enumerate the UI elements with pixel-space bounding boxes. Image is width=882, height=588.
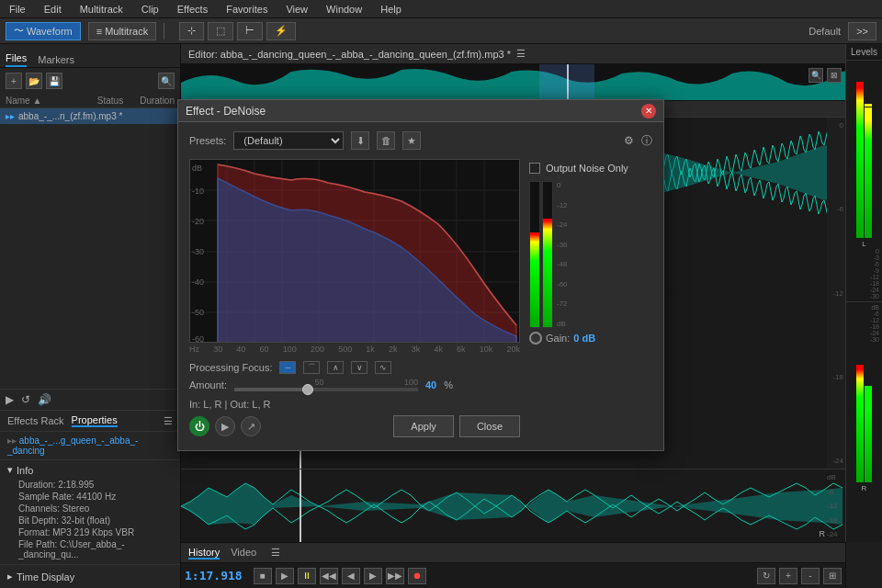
db-label-24: -24 — [827, 457, 845, 465]
cursor-btn[interactable]: ⊹ — [179, 22, 204, 40]
tab-effects-rack[interactable]: Effects Rack — [7, 415, 64, 426]
levels-overlay: Levels L 0 -3 -6 -9 -12 -18 -24 -30 dB -… — [845, 44, 882, 542]
waveform-btn[interactable]: 〜 Waveform — [6, 22, 81, 40]
effect-play-btn[interactable]: ▶ — [215, 416, 235, 436]
panel-tabs: Files Markers — [0, 44, 180, 68]
menu-help[interactable]: Help — [377, 4, 405, 15]
db-r-label: -30 — [870, 336, 879, 343]
record-btn[interactable]: ⏺ — [408, 568, 426, 584]
col-status: Status — [92, 96, 129, 106]
menu-window[interactable]: Window — [322, 4, 366, 15]
video-menu-btn[interactable]: ☰ — [271, 547, 280, 560]
scale-48db: -48 — [557, 260, 568, 268]
db-label: -12 — [870, 274, 879, 280]
time-display-section[interactable]: ▸ Time Display — [0, 564, 180, 588]
save-file-btn[interactable]: 💾 — [46, 73, 62, 89]
time-btn[interactable]: ⊢ — [237, 22, 263, 40]
prev-btn[interactable]: ◀ — [342, 568, 360, 584]
gain-row: Gain: 0 dB — [529, 332, 595, 345]
svg-text:-40: -40 — [192, 277, 204, 287]
rewind-btn[interactable]: ◀◀ — [320, 568, 338, 584]
dialog-close-btn[interactable]: ✕ — [641, 104, 656, 119]
db-label: -24 — [870, 287, 879, 293]
open-file-btn[interactable]: 📂 — [26, 73, 42, 89]
stop-btn[interactable]: ■ — [254, 568, 272, 584]
tab-markers[interactable]: Markers — [38, 54, 74, 67]
zoom-fit-btn[interactable]: ⊞ — [823, 568, 842, 584]
menu-clip[interactable]: Clip — [138, 4, 163, 15]
focus-btn-down[interactable]: ∨ — [351, 361, 368, 374]
menu-favorites[interactable]: Favorites — [222, 4, 271, 15]
bottom-bar: History Video ☰ — [181, 542, 845, 562]
presets-select[interactable]: (Default) — [233, 131, 344, 150]
bottom-tabs: History Video ☰ — [188, 547, 280, 560]
razor-btn[interactable]: ⚡ — [266, 22, 296, 40]
default-label: Default — [808, 26, 841, 37]
xlabel-20k: 20k — [506, 345, 520, 354]
list-item[interactable]: ▸▸ abba_-_...n_(zf.fm).mp3 * — [0, 108, 180, 124]
l-meter-bars — [856, 62, 872, 240]
eq-graph[interactable]: dB -10 -20 -30 -40 -50 -60 — [189, 159, 520, 343]
db-label: -18 — [870, 280, 879, 287]
amount-row: Amount: 50 100 40 % — [189, 378, 520, 391]
focus-btn-up[interactable]: ∧ — [327, 361, 344, 374]
preset-settings-icon[interactable]: ⚙ — [624, 134, 634, 147]
slider-thumb[interactable] — [302, 384, 313, 395]
preset-info-icon[interactable]: ⓘ — [641, 133, 652, 149]
effects-menu-btn[interactable]: ☰ — [164, 415, 173, 427]
gain-knob[interactable] — [529, 332, 542, 345]
expand-btn[interactable]: >> — [848, 22, 876, 40]
effect-export-btn[interactable]: ↗ — [241, 416, 261, 436]
forward-btn[interactable]: ▶▶ — [386, 568, 404, 584]
menu-edit[interactable]: Edit — [40, 4, 65, 15]
info-file-path: File Path: C:\User_abba_-_dancing_qu... — [7, 538, 173, 560]
next-btn[interactable]: ▶ — [364, 568, 382, 584]
tab-video[interactable]: Video — [231, 547, 256, 560]
pause-btn[interactable]: ⏸ — [298, 568, 316, 584]
multitrack-btn[interactable]: ≡ Multitrack — [88, 22, 156, 40]
volume-btn[interactable]: 🔊 — [38, 393, 51, 406]
tab-files[interactable]: Files — [6, 52, 27, 67]
preset-favorite-btn[interactable]: ★ — [402, 131, 421, 150]
zoom-out-btn[interactable]: - — [801, 568, 820, 584]
zoom-in-btn[interactable]: + — [779, 568, 797, 584]
xlabel-40: 40 — [236, 345, 245, 354]
scale-12db: -12 — [557, 201, 568, 209]
play-btn[interactable]: ▶ — [276, 568, 294, 584]
db-label: -6 — [874, 261, 879, 267]
new-file-btn[interactable]: + — [6, 73, 22, 89]
menu-view[interactable]: View — [282, 4, 311, 15]
editor-menu-btn[interactable]: ☰ — [516, 48, 526, 60]
svg-text:-20: -20 — [192, 217, 204, 226]
focus-btn-roll[interactable]: ⌒ — [303, 361, 320, 374]
info-format: Format: MP3 219 Kbps VBR — [7, 526, 173, 538]
focus-btn-flat[interactable]: ─ — [279, 361, 296, 374]
output-noise-checkbox[interactable] — [529, 163, 540, 174]
effects-track: ▸▸ abba_-_...g_queen_-_abba_-_dancing — [0, 432, 180, 460]
overview-fit-btn[interactable]: ⊠ — [827, 68, 842, 83]
menu-effects[interactable]: Effects — [174, 4, 211, 15]
dialog-title: Effect - DeNoise — [186, 105, 641, 118]
preset-delete-btn[interactable]: 🗑 — [377, 131, 395, 150]
apply-btn[interactable]: Apply — [393, 415, 454, 437]
xlabel-1k: 1k — [366, 345, 375, 354]
info-header[interactable]: ▾ Info — [7, 464, 173, 476]
loop-btn[interactable]: ↺ — [21, 393, 30, 406]
select-btn[interactable]: ⬚ — [208, 22, 233, 40]
tab-properties[interactable]: Properties — [72, 414, 118, 427]
amount-label: Amount: — [189, 379, 227, 390]
effect-power-btn[interactable]: ⏻ — [189, 416, 209, 436]
overview-zoom-btn[interactable]: 🔍 — [808, 68, 823, 83]
xlabel-30: 30 — [213, 345, 222, 354]
menu-file[interactable]: File — [6, 4, 29, 15]
loop-btn[interactable]: ↻ — [757, 568, 775, 584]
play-btn[interactable]: ▶ — [6, 393, 14, 406]
amount-slider[interactable] — [234, 388, 418, 391]
focus-btn-wave[interactable]: ∿ — [375, 361, 391, 374]
tab-history[interactable]: History — [188, 547, 220, 560]
close-btn[interactable]: Close — [459, 415, 520, 437]
preset-download-btn[interactable]: ⬇ — [351, 131, 369, 150]
overview-bar[interactable]: 🔍 ⊠ — [181, 64, 845, 101]
search-btn[interactable]: 🔍 — [158, 73, 175, 89]
menu-multitrack[interactable]: Multitrack — [76, 4, 127, 15]
